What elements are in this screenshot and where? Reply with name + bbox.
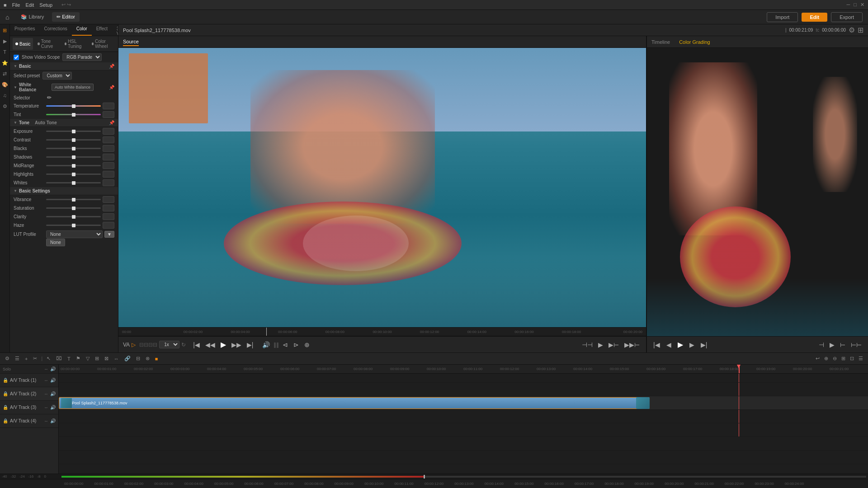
subtab-hsl[interactable]: HSL Tuning <box>62 38 87 50</box>
timeline-tab[interactable]: Timeline <box>651 39 670 45</box>
play-btn[interactable]: ▶ <box>219 339 228 350</box>
source-tab[interactable]: Source <box>123 38 139 46</box>
solo-track-content[interactable] <box>59 374 868 383</box>
sidebar-icon-settings[interactable]: ⚙ <box>1 102 9 110</box>
clarity-slider[interactable] <box>46 216 101 217</box>
video-clip-main[interactable]: Pool Splash2_117778538.mov <box>59 397 650 409</box>
haze-slider[interactable] <box>46 225 101 226</box>
midrange-value[interactable]: 0 <box>103 162 114 169</box>
highlights-value[interactable]: 0 <box>103 171 114 178</box>
tl-text[interactable]: T <box>66 355 72 362</box>
sidebar-icon-color[interactable]: 🎨 <box>1 80 9 89</box>
tl-snap[interactable]: ⊟ <box>135 355 142 362</box>
tl-color[interactable]: ■ <box>154 355 160 362</box>
tl-add[interactable]: + <box>24 355 29 362</box>
temperature-value[interactable]: 0 <box>103 103 114 109</box>
auto-tone-btn[interactable]: Auto Tone <box>35 120 57 125</box>
av3-vol[interactable]: 🔊 <box>50 405 56 410</box>
av2-lock[interactable]: 🔒 <box>3 391 8 396</box>
close-btn[interactable]: ✕ <box>860 2 864 8</box>
loop-btn[interactable]: ↻ <box>181 342 186 348</box>
tl-zoom-out-b[interactable]: ⊖ <box>831 355 838 362</box>
preview-zoom-out[interactable]: ⊢ <box>838 340 847 349</box>
av1-track-content[interactable] <box>59 383 868 396</box>
nav-tab-library[interactable]: 📚 Library <box>16 12 48 22</box>
tl-cut[interactable]: ✂ <box>32 355 38 362</box>
nav-tab-edit[interactable]: ✏ Editor <box>52 12 80 22</box>
av4-lock[interactable]: 🔒 <box>3 418 8 423</box>
video-scope-select[interactable]: RGB Parade <box>62 53 102 61</box>
av2-sync[interactable]: ↔ <box>44 391 48 396</box>
menu-edit[interactable]: Edit <box>25 2 34 8</box>
av1-sync[interactable]: ↔ <box>44 378 48 383</box>
sidebar-icon-media[interactable]: ▶ <box>1 37 9 45</box>
subtab-basic[interactable]: Basic <box>13 38 33 50</box>
tl-zoom-in[interactable]: ⊕ <box>823 355 830 362</box>
preset-select[interactable]: Custom <box>42 72 72 80</box>
sidebar-icon-text[interactable]: T <box>1 48 9 56</box>
misc-btn[interactable]: ⊕ <box>302 340 311 349</box>
preview-prev[interactable]: |◀ <box>651 340 662 349</box>
insert-btn[interactable]: ▷ <box>132 342 136 348</box>
tab-color[interactable]: Color <box>72 24 92 36</box>
tab-360video[interactable]: 360 Video <box>112 24 118 36</box>
subtab-color-wheel[interactable]: Color Wheel <box>89 38 115 50</box>
av4-sync[interactable]: ↔ <box>44 418 48 423</box>
zoom-out-right[interactable]: ⊣⊣ <box>580 340 594 349</box>
sidebar-icon-effects[interactable]: ⭐ <box>1 59 9 67</box>
shadows-slider[interactable] <box>46 156 101 158</box>
tab-corrections[interactable]: Corrections <box>40 24 72 36</box>
blacks-slider[interactable] <box>46 148 101 149</box>
tl-zoom[interactable]: ⊞ <box>94 355 100 362</box>
whites-slider[interactable] <box>46 182 101 183</box>
sidebar-icon-transitions[interactable]: ⇄ <box>1 70 9 78</box>
home-icon[interactable]: ⌂ <box>5 14 9 21</box>
tint-slider[interactable] <box>46 114 101 115</box>
tl-flag[interactable]: ⚑ <box>75 355 82 362</box>
fwd-right[interactable]: ▶⊢ <box>607 340 621 349</box>
video-scope-checkbox[interactable] <box>14 55 19 60</box>
auto-white-balance-btn[interactable]: Auto White Balance <box>52 84 94 91</box>
tl-undo-r[interactable]: ↩ <box>814 355 821 362</box>
export-button[interactable]: Export <box>831 12 863 22</box>
edit-button[interactable]: Edit <box>802 13 827 22</box>
import-button[interactable]: Import <box>767 12 798 22</box>
av2-vol[interactable]: 🔊 <box>50 391 56 396</box>
preview-end[interactable]: ⊢⊢ <box>849 340 863 349</box>
clarity-value[interactable]: 0 <box>103 213 114 220</box>
tl-menu[interactable]: ☰ <box>14 355 21 362</box>
lut-select[interactable]: None <box>46 230 103 238</box>
exposure-value[interactable]: 0 <box>103 128 114 135</box>
blacks-value[interactable]: 0 <box>103 145 114 152</box>
vibrance-value[interactable]: 0 <box>103 196 114 203</box>
subtab-tone-curve[interactable]: Tone Curve <box>35 38 60 50</box>
preview-back[interactable]: ◀ <box>665 340 673 349</box>
av3-track-content[interactable] <box>59 410 868 423</box>
preview-fwd[interactable]: ▶ <box>688 340 696 349</box>
basic-section-header[interactable]: ▼ Basic 📌 <box>10 62 118 70</box>
maximize-btn[interactable]: □ <box>854 2 857 8</box>
end-right[interactable]: ▶▶⊢ <box>623 340 642 349</box>
vibrance-slider[interactable] <box>46 199 101 200</box>
preview-play[interactable]: ▶ <box>676 339 685 350</box>
in-point-btn[interactable]: ⊲ <box>281 340 290 349</box>
step-back-btn[interactable]: ◀◀ <box>203 340 217 349</box>
next-frame-btn[interactable]: ▶| <box>245 340 255 349</box>
tl-blade[interactable]: ⌧ <box>55 355 63 362</box>
sidebar-icon-home[interactable]: ⊞ <box>1 26 9 34</box>
av4-vol[interactable]: 🔊 <box>50 418 56 423</box>
file-info-settings[interactable]: ⚙ <box>849 26 855 34</box>
exposure-slider[interactable] <box>46 131 101 132</box>
haze-value[interactable]: 0 <box>103 222 114 229</box>
av4-track-content[interactable] <box>59 423 868 437</box>
solo-sync[interactable]: ↔ <box>44 366 48 371</box>
tl-options[interactable]: ☰ <box>857 355 864 362</box>
saturation-value[interactable]: 0 <box>103 205 114 211</box>
tl-settings[interactable]: ⚙ <box>4 355 11 362</box>
color-grading-tab[interactable]: Color Grading <box>679 39 710 45</box>
lut-none-option[interactable]: None <box>46 239 65 246</box>
tl-slip[interactable]: ↔ <box>113 355 120 362</box>
solo-vol[interactable]: 🔊 <box>50 366 56 371</box>
av1-lock[interactable]: 🔒 <box>3 378 8 383</box>
preview-zoom-in[interactable]: ⊣ <box>817 340 826 349</box>
